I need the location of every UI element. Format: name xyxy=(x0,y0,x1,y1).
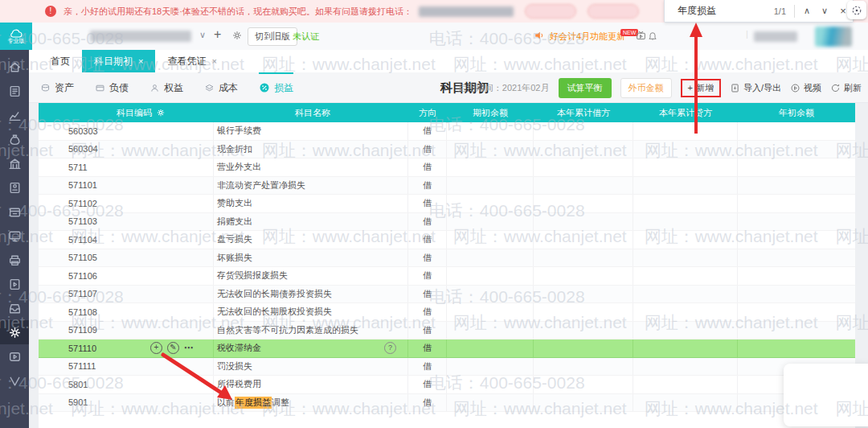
cert-status[interactable]: 未认证 xyxy=(293,31,319,43)
tab-view-voucher[interactable]: 查看凭证 × xyxy=(155,50,228,72)
cell-direction: 借 xyxy=(408,231,447,249)
add-child-icon[interactable]: + xyxy=(150,342,162,354)
tab-subject-opening[interactable]: 科目期初 × xyxy=(82,50,155,72)
table-row[interactable]: 571103捐赠支出借 xyxy=(39,213,855,232)
find-bar: 年度损益 1/1 ∧ ∨ × xyxy=(664,0,854,23)
cell-amount xyxy=(447,249,534,267)
cell-amount xyxy=(534,158,633,176)
cell-amount xyxy=(534,177,633,195)
column-header[interactable]: 方向 xyxy=(408,107,447,119)
cell-amount xyxy=(633,195,738,212)
cell-amount xyxy=(633,394,738,412)
sidebar-item-print[interactable] xyxy=(0,248,29,272)
cell-amount xyxy=(447,267,534,285)
cell-amount xyxy=(447,358,534,376)
cell-direction: 借 xyxy=(408,303,447,321)
sidebar-item-settings[interactable] xyxy=(0,320,29,344)
cell-amount xyxy=(738,213,855,231)
help-icon[interactable]: ? xyxy=(384,342,396,354)
sidebar-item-vip[interactable] xyxy=(0,368,29,393)
cell-code: 571102 xyxy=(39,195,214,212)
cell-code: 571101 xyxy=(39,177,214,195)
trial-balance-button[interactable]: 试算平衡 xyxy=(559,78,612,98)
cell-amount xyxy=(534,340,633,357)
banner-button-1[interactable] xyxy=(525,4,576,19)
foreign-currency-button[interactable]: 外币金额 xyxy=(620,78,672,98)
category-tab-liabilities[interactable]: 负债 xyxy=(95,72,129,103)
sidebar-item-reports[interactable] xyxy=(0,103,29,127)
table-row[interactable]: 571110+✎⋯税收滞纳金?借 xyxy=(39,340,855,358)
cell-amount xyxy=(633,267,738,285)
category-tab-assets[interactable]: 资产 xyxy=(40,72,74,103)
chevron-down-icon[interactable]: ∨ xyxy=(199,30,206,40)
table-row[interactable]: 571107无法收回的长期债券投资损失借 xyxy=(39,286,855,304)
table-row[interactable]: 571109自然灾害等不可抗力因素造成的损失借 xyxy=(39,322,855,340)
sidebar-item-assets[interactable] xyxy=(0,151,29,175)
close-icon[interactable]: × xyxy=(211,56,216,66)
divider xyxy=(794,5,795,18)
column-header[interactable]: 年初余额 xyxy=(738,107,855,119)
table-row[interactable]: 571101非流动资产处置净损失借 xyxy=(39,177,855,195)
table-row[interactable]: 5801所得税费用借 xyxy=(39,376,855,394)
table-row[interactable]: 5901以前年度损益调整借 xyxy=(39,394,855,413)
column-header[interactable]: 本年累计贷方 xyxy=(633,107,738,119)
sidebar-item-statements[interactable] xyxy=(0,224,29,248)
statement-icon xyxy=(8,229,22,243)
table-row[interactable]: 571105坏账损失借 xyxy=(39,249,855,268)
table-row[interactable]: 560304现金折扣借 xyxy=(39,141,855,159)
import-export-button[interactable]: 导入/导出 xyxy=(730,82,781,94)
column-header[interactable]: 期初余额 xyxy=(447,107,534,119)
notification-icon[interactable] xyxy=(648,31,657,43)
table-row[interactable]: 571108无法收回的长期股权投资损失借 xyxy=(39,303,855,322)
switch-old-version-button[interactable]: 切到旧版 xyxy=(248,27,297,46)
banner-button-2[interactable] xyxy=(588,4,639,19)
update-news-link[interactable]: 好会计4月功能更新 xyxy=(550,31,625,43)
add-account-set-icon[interactable]: + xyxy=(214,27,221,42)
sidebar-item-voucher[interactable] xyxy=(0,79,29,103)
import-export-icon xyxy=(730,83,740,93)
table-row[interactable]: 571111罚没损失借 xyxy=(39,358,855,377)
column-header[interactable]: 本年累计借方 xyxy=(534,107,633,119)
sidebar-item-checkout[interactable] xyxy=(0,200,29,224)
sidebar-item-docs[interactable] xyxy=(0,272,29,296)
sidebar-item-funds[interactable] xyxy=(0,127,29,151)
add-button[interactable]: 新增 xyxy=(696,82,714,94)
table-row[interactable]: 5711营业外支出借 xyxy=(39,158,855,177)
category-tab-cost[interactable]: 成本 xyxy=(204,72,238,103)
refresh-button[interactable]: 刷新 xyxy=(830,82,862,94)
edit-icon[interactable]: ✎ xyxy=(167,342,179,354)
home-icon xyxy=(8,60,22,74)
tv-video-icon[interactable] xyxy=(636,31,646,43)
cell-amount xyxy=(738,303,855,321)
avatar[interactable] xyxy=(815,27,852,47)
sidebar-item-invoice[interactable] xyxy=(0,175,29,200)
sidebar-item-home[interactable] xyxy=(0,55,29,79)
column-header[interactable]: 科目编码 xyxy=(39,107,214,119)
sidebar-item-inbox[interactable] xyxy=(0,296,29,320)
find-query-input[interactable]: 年度损益 xyxy=(678,4,716,18)
table-row[interactable]: 571104盘亏损失借 xyxy=(39,231,855,249)
find-next-icon[interactable]: ∨ xyxy=(816,6,833,16)
category-tab-equity[interactable]: 权益 xyxy=(149,72,183,103)
table-row[interactable]: 560303银行手续费借 xyxy=(39,122,855,141)
cell-amount xyxy=(534,141,633,158)
table-row[interactable]: 571106存货毁损报废损失借 xyxy=(39,267,855,286)
find-match-count: 1/1 xyxy=(774,6,786,16)
cell-direction: 借 xyxy=(408,249,447,267)
cell-code: 571106 xyxy=(39,267,214,285)
category-tab-profit-loss[interactable]: 损益 xyxy=(259,72,293,103)
cell-code: 571103 xyxy=(39,213,214,231)
settings-gear-icon[interactable] xyxy=(231,30,243,43)
find-previous-icon[interactable]: ∧ xyxy=(798,6,816,16)
close-icon[interactable]: × xyxy=(138,56,143,66)
tab-label: 科目期初 xyxy=(94,55,133,68)
column-header[interactable]: 科目名称 xyxy=(214,107,408,119)
video-button[interactable]: 视频 xyxy=(790,82,821,94)
cell-amount xyxy=(447,122,534,140)
sidebar-item-video[interactable] xyxy=(0,344,29,368)
table-row[interactable]: 571102赞助支出借 xyxy=(39,195,855,213)
more-icon[interactable]: ⋯ xyxy=(184,343,194,353)
cell-name: 以前年度损益调整 xyxy=(214,394,408,412)
extension-button[interactable] xyxy=(847,1,866,19)
tab-home[interactable]: 首页 xyxy=(39,50,82,72)
